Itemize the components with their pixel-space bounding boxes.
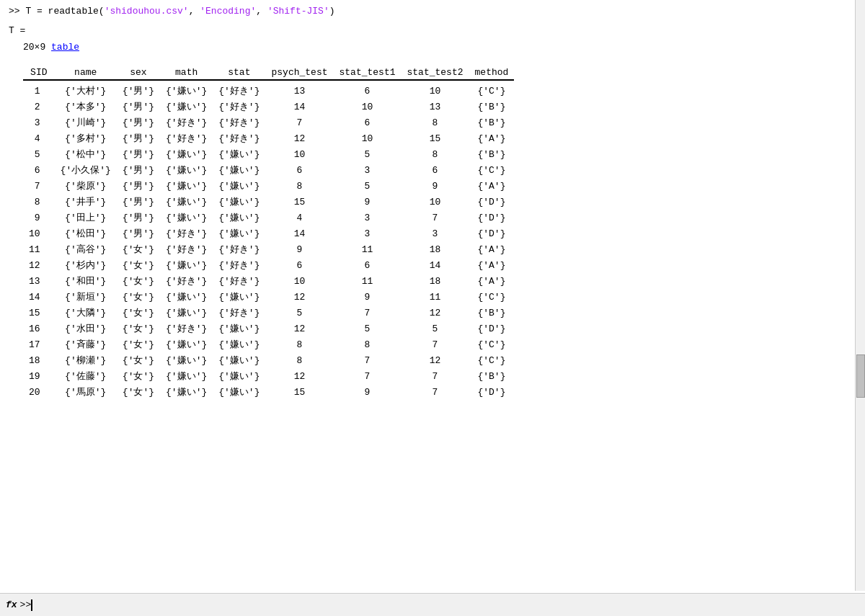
table-cell: {'男'} xyxy=(117,83,160,99)
table-cell: 5 xyxy=(334,178,402,194)
table-cell: 7 xyxy=(402,384,469,400)
main-content: >> T = readtable('shidouhou.csv', 'Encod… xyxy=(0,0,865,584)
table-cell: 7 xyxy=(23,178,55,194)
table-cell: 7 xyxy=(334,368,402,384)
table-cell: 7 xyxy=(265,115,333,130)
table-cell: 3 xyxy=(402,226,469,241)
table-cell: {'嫌い'} xyxy=(213,368,265,384)
table-cell: {'嫌い'} xyxy=(160,305,213,321)
table-row: 15{'大隣'}{'女'}{'嫌い'}{'好き'}5712{'B'} xyxy=(23,305,514,321)
table-cell: {'小久保'} xyxy=(55,162,117,178)
table-cell: 15 xyxy=(265,194,333,210)
table-cell: 1 xyxy=(23,83,55,99)
table-cell: 3 xyxy=(23,115,55,130)
scrollbar-thumb[interactable] xyxy=(856,354,865,398)
table-cell: 18 xyxy=(402,273,469,289)
table-cell: {'女'} xyxy=(117,241,160,257)
cmd-comma2: , xyxy=(256,6,267,17)
cmd-text-prefix: T = readtable( xyxy=(25,6,104,17)
table-cell: {'松田'} xyxy=(55,226,117,241)
table-cell: {'男'} xyxy=(117,99,160,115)
table-cell: {'井手'} xyxy=(55,194,117,210)
table-cell: 3 xyxy=(334,210,402,226)
table-cell: 13 xyxy=(265,83,333,99)
table-cell: 20 xyxy=(23,384,55,400)
col-header-psych-test: psych_test xyxy=(265,64,333,80)
table-cell: 7 xyxy=(334,352,402,368)
table-cell: {'D'} xyxy=(469,226,515,241)
table-cell: {'嫌い'} xyxy=(213,289,265,305)
table-row: 13{'和田'}{'女'}{'好き'}{'好き'}101118{'A'} xyxy=(23,273,514,289)
table-row: 6{'小久保'}{'男'}{'嫌い'}{'嫌い'}636{'C'} xyxy=(23,162,514,178)
col-header-stat: stat xyxy=(213,64,265,80)
table-cell: {'嫌い'} xyxy=(213,321,265,336)
table-cell: {'嫌い'} xyxy=(160,178,213,194)
table-cell: {'嫌い'} xyxy=(160,289,213,305)
table-cell: {'好き'} xyxy=(213,257,265,273)
table-cell: {'男'} xyxy=(117,146,160,162)
table-cell: 13 xyxy=(402,99,469,115)
col-header-name: name xyxy=(55,64,117,80)
table-cell: 11 xyxy=(402,289,469,305)
table-cell: {'女'} xyxy=(117,336,160,352)
table-cell: {'男'} xyxy=(117,226,160,241)
table-cell: {'嫌い'} xyxy=(160,146,213,162)
table-row: 5{'松中'}{'男'}{'嫌い'}{'嫌い'}1058{'B'} xyxy=(23,146,514,162)
table-link[interactable]: table xyxy=(51,42,79,53)
table-row: 16{'水田'}{'女'}{'好き'}{'嫌い'}1255{'D'} xyxy=(23,321,514,336)
table-cell: {'A'} xyxy=(469,178,515,194)
table-cell: {'男'} xyxy=(117,115,160,130)
scrollbar[interactable] xyxy=(855,0,865,584)
table-row: 11{'高谷'}{'女'}{'好き'}{'好き'}91118{'A'} xyxy=(23,241,514,257)
table-cell: {'新垣'} xyxy=(55,289,117,305)
table-cell: {'D'} xyxy=(469,194,515,210)
table-cell: {'B'} xyxy=(469,305,515,321)
cmd-arg3: 'Shift-JIS' xyxy=(267,6,329,17)
table-cell: 12 xyxy=(402,352,469,368)
table-cell: {'和田'} xyxy=(55,273,117,289)
table-cell: {'嫌い'} xyxy=(160,162,213,178)
table-cell: 5 xyxy=(23,146,55,162)
table-cell: {'B'} xyxy=(469,99,515,115)
table-cell: {'嫌い'} xyxy=(160,210,213,226)
table-cell: {'C'} xyxy=(469,289,515,305)
table-cell: 6 xyxy=(334,257,402,273)
cmd-comma1: , xyxy=(189,6,200,17)
table-row: 3{'川崎'}{'男'}{'好き'}{'好き'}768{'B'} xyxy=(23,115,514,130)
table-cell: {'女'} xyxy=(117,352,160,368)
table-cell: {'女'} xyxy=(117,257,160,273)
col-header-math: math xyxy=(160,64,213,80)
table-cell: {'女'} xyxy=(117,321,160,336)
cmd-suffix: ) xyxy=(329,6,335,17)
table-cell: {'好き'} xyxy=(213,305,265,321)
table-dimensions: 20×9 xyxy=(23,42,45,53)
table-cell: 4 xyxy=(265,210,333,226)
table-cell: 6 xyxy=(334,83,402,99)
table-cell: {'D'} xyxy=(469,321,515,336)
table-cell: 10 xyxy=(402,83,469,99)
table-row: 4{'多村'}{'男'}{'好き'}{'好き'}121015{'A'} xyxy=(23,130,514,146)
table-cell: {'好き'} xyxy=(160,226,213,241)
table-cell: {'男'} xyxy=(117,162,160,178)
table-cell: {'C'} xyxy=(469,162,515,178)
table-cell: 9 xyxy=(334,194,402,210)
table-cell: {'嫌い'} xyxy=(213,226,265,241)
table-cell: {'女'} xyxy=(117,273,160,289)
table-cell: 14 xyxy=(402,257,469,273)
table-cell: 15 xyxy=(402,130,469,146)
table-cell: {'女'} xyxy=(117,289,160,305)
table-cell: 12 xyxy=(23,257,55,273)
table-cell: {'多村'} xyxy=(55,130,117,146)
table-row: 2{'本多'}{'男'}{'嫌い'}{'好き'}141013{'B'} xyxy=(23,99,514,115)
table-cell: 8 xyxy=(402,115,469,130)
table-cell: {'田上'} xyxy=(55,210,117,226)
table-cell: {'嫌い'} xyxy=(160,352,213,368)
table-cell: {'大隣'} xyxy=(55,305,117,321)
table-cell: 5 xyxy=(334,146,402,162)
table-cell: 8 xyxy=(265,336,333,352)
table-cell: {'斉藤'} xyxy=(55,336,117,352)
table-cell: {'C'} xyxy=(469,83,515,99)
table-cell: {'嫌い'} xyxy=(213,178,265,194)
table-cell: 9 xyxy=(402,178,469,194)
table-cell: 9 xyxy=(334,384,402,400)
